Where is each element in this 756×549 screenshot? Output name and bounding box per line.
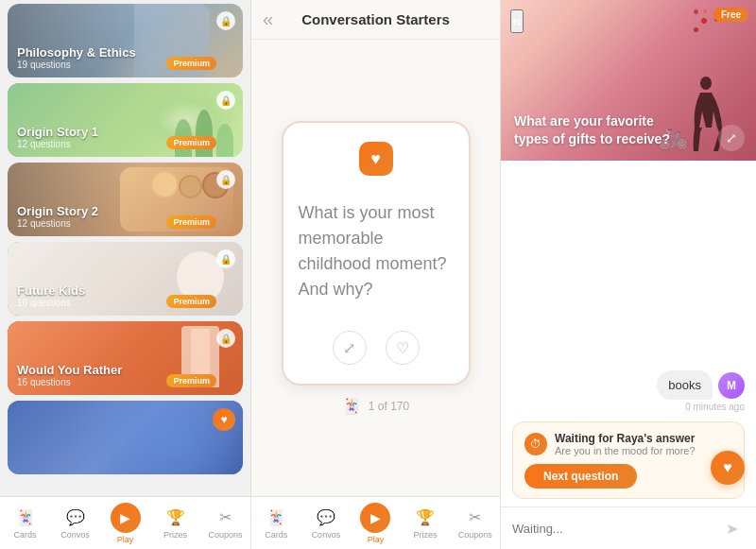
next-question-button[interactable]: Next question — [524, 464, 637, 489]
cards-icon-mid: 🃏 — [266, 507, 286, 528]
nav-item-convos-mid[interactable]: 💬 Convos — [301, 507, 352, 540]
card-item-philosophy[interactable]: Philosophy & Ethics 19 questions Premium… — [8, 4, 243, 77]
avatar: M — [718, 372, 745, 399]
card-heart-icon: ♥ — [359, 142, 393, 176]
premium-badge: Premium — [166, 57, 216, 70]
nav-label-coupons-mid: Coupons — [458, 530, 492, 540]
question-text: What is your most memorable childhood mo… — [299, 187, 454, 316]
image-question-text: What are your favorite types of gifts to… — [514, 112, 674, 149]
chat-message-right: books M 0 minutes ago — [512, 370, 745, 412]
card-item-origin2[interactable]: Origin Story 2 12 questions Premium 🔒 — [8, 163, 243, 236]
card-counter: 🃏 1 of 170 — [342, 397, 409, 415]
cards-list: Philosophy & Ethics 19 questions Premium… — [0, 0, 250, 496]
nav-item-coupons-mid[interactable]: ✂ Coupons — [450, 507, 500, 540]
waiting-card-title-area: Waiting for Raya's answer Are you in the… — [555, 432, 696, 456]
card-subtitle: 12 questions — [17, 218, 98, 229]
card-subtitle: 16 questions — [17, 377, 122, 387]
lock-icon: 🔒 — [216, 249, 235, 268]
middle-bottom-nav: 🃏 Cards 💬 Convos ▶ Play 🏆 Prizes ✂ Coupo… — [251, 496, 500, 549]
card-display-area: ♥ What is your most memorable childhood … — [251, 40, 500, 496]
left-bottom-nav: 🃏 Cards 💬 Convos ▶ Play 🏆 Prizes ✂ Coupo… — [0, 496, 250, 549]
play-icon: ▶ — [111, 503, 141, 533]
counter-cards-icon: 🃏 — [342, 397, 361, 415]
heart-action-button[interactable]: ♡ — [386, 331, 420, 365]
nav-label-coupons: Coupons — [208, 530, 242, 540]
premium-badge: Premium — [166, 136, 216, 149]
card-subtitle: 19 questions — [17, 60, 136, 70]
left-panel: Philosophy & Ethics 19 questions Premium… — [0, 0, 250, 549]
counter-text: 1 of 170 — [369, 400, 409, 413]
app-container: Philosophy & Ethics 19 questions Premium… — [0, 0, 756, 549]
card-title: Philosophy & Ethics — [17, 45, 136, 60]
cards-icon: 🃏 — [15, 507, 36, 528]
chat-input-area: ➤ — [501, 506, 756, 549]
nav-item-prizes-mid[interactable]: 🏆 Prizes — [401, 507, 451, 540]
waiting-subtitle: Are you in the mood for more? — [555, 445, 696, 456]
card-info: Future Kids 16 questions — [17, 283, 85, 308]
nav-item-coupons[interactable]: ✂ Coupons — [200, 507, 250, 540]
nav-label-cards: Cards — [13, 530, 36, 540]
middle-panel: « Conversation Starters ♥ What is your m… — [250, 0, 501, 549]
lock-icon: 🔒 — [216, 170, 235, 189]
card-info: Philosophy & Ethics 19 questions — [17, 45, 136, 70]
waiting-card-header: ⏱ Waiting for Raya's answer Are you in t… — [524, 432, 732, 456]
play-icon-mid: ▶ — [360, 503, 390, 533]
waiting-card: ⏱ Waiting for Raya's answer Are you in t… — [512, 421, 745, 499]
lock-icon: 🔒 — [216, 11, 235, 30]
nav-item-prizes[interactable]: 🏆 Prizes — [150, 507, 200, 540]
card-title: Origin Story 1 — [17, 125, 98, 139]
nav-label-convos: Convos — [60, 530, 90, 540]
card-info: Would You Rather 16 questions — [17, 363, 122, 387]
nav-label-play-mid: Play — [368, 535, 385, 544]
card-item-last[interactable]: ♥ — [8, 401, 243, 474]
nav-label-prizes-mid: Prizes — [414, 530, 438, 540]
chat-timestamp: 0 minutes ago — [657, 402, 745, 412]
waiting-title: Waiting for Raya's answer — [555, 432, 696, 445]
nav-item-convos[interactable]: 💬 Convos — [50, 507, 100, 540]
premium-badge: Premium — [166, 295, 216, 308]
back-button[interactable]: « — [263, 9, 273, 30]
share-overlay-button[interactable]: ⤢ — [718, 125, 745, 151]
nav-label-convos-mid: Convos — [312, 530, 341, 540]
middle-title: Conversation Starters — [301, 11, 450, 27]
waiting-icon: ⏱ — [524, 433, 547, 455]
fab-heart-button[interactable]: ♥ — [711, 451, 745, 485]
card-subtitle: 16 questions — [17, 298, 85, 308]
nav-item-play-mid[interactable]: ▶ Play — [351, 503, 401, 544]
card-item-futurekids[interactable]: Future Kids 16 questions Premium 🔒 — [8, 242, 243, 316]
nav-label-cards-mid: Cards — [265, 530, 287, 540]
prizes-icon: 🏆 — [165, 507, 186, 528]
card-subtitle: 12 questions — [17, 139, 98, 149]
share-action-button[interactable]: ⤢ — [333, 331, 367, 365]
coupons-icon: ✂ — [215, 507, 236, 528]
card-title: Would You Rather — [17, 363, 122, 377]
coupons-icon-mid: ✂ — [465, 507, 486, 528]
card-info: Origin Story 2 12 questions — [17, 204, 98, 229]
card-item-would-you-rather[interactable]: Would You Rather 16 questions Premium 🔒 — [8, 321, 243, 395]
send-button[interactable]: ➤ — [718, 515, 745, 541]
middle-header: « Conversation Starters — [251, 0, 500, 40]
nav-item-cards-mid[interactable]: 🃏 Cards — [251, 507, 301, 540]
card-info: Origin Story 1 12 questions — [17, 125, 98, 149]
convos-icon: 💬 — [65, 507, 86, 528]
nav-label-prizes: Prizes — [163, 530, 187, 540]
lock-icon: 🔒 — [216, 329, 235, 348]
premium-badge: Premium — [166, 215, 216, 229]
nav-label-play: Play — [117, 535, 134, 544]
lock-icon: 🔒 — [216, 91, 235, 110]
prizes-icon-mid: 🏆 — [415, 507, 436, 528]
nav-item-cards[interactable]: 🃏 Cards — [0, 507, 50, 540]
premium-badge: Premium — [166, 374, 216, 387]
chat-bubble: books — [657, 370, 713, 400]
card-actions: ⤢ ♡ — [333, 331, 420, 365]
nav-item-play[interactable]: ▶ Play — [100, 503, 150, 544]
right-top-image: 🚲 « Free What are your favorite types of… — [501, 0, 756, 161]
convos-icon-mid: 💬 — [316, 507, 336, 528]
heart-favorite-icon: ♥ — [213, 408, 235, 431]
question-card: ♥ What is your most memorable childhood … — [282, 121, 471, 386]
card-item-origin1[interactable]: Origin Story 1 12 questions Premium 🔒 — [8, 83, 243, 157]
card-title: Future Kids — [17, 283, 85, 298]
card-title: Origin Story 2 — [17, 204, 98, 218]
chat-input[interactable] — [512, 522, 711, 536]
